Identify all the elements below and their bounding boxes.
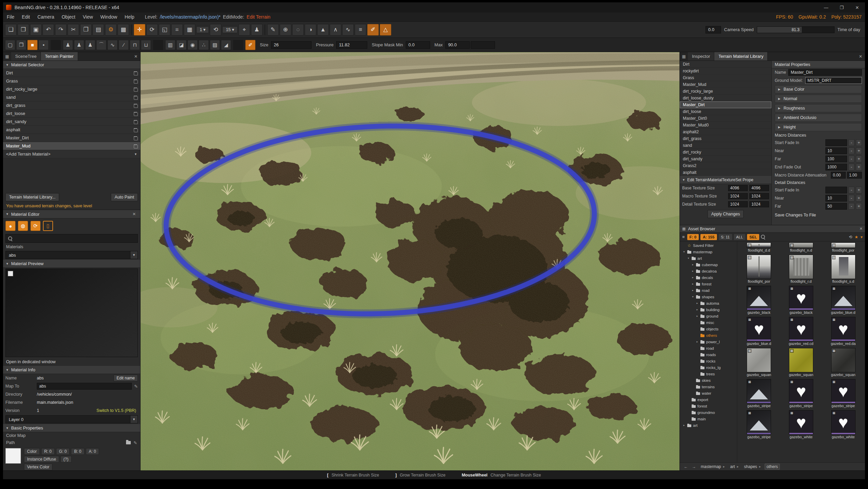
history-icon[interactable]: ⟲ bbox=[849, 235, 852, 239]
library-material-row[interactable]: sand bbox=[680, 142, 771, 149]
asset-tree-item[interactable]: ▾ shapes bbox=[680, 294, 737, 300]
map-section-header[interactable]: ▶ Height bbox=[775, 123, 862, 131]
filter-dropdown-icon[interactable]: ▾ bbox=[861, 235, 863, 239]
level-path[interactable]: /levels/mastermap/info.json)* bbox=[160, 14, 221, 20]
asset-thumbnail[interactable]: ▦ gazebo_stripe bbox=[738, 409, 780, 440]
increment-button[interactable]: + bbox=[856, 156, 862, 162]
cut-icon[interactable]: ✂ bbox=[68, 24, 79, 36]
attenuation-min-input[interactable] bbox=[831, 172, 846, 179]
map-to-input[interactable] bbox=[37, 383, 132, 390]
asset-thumbnail[interactable]: ▦ gazebo_white bbox=[822, 409, 864, 440]
eraser-icon[interactable]: ◪ bbox=[176, 40, 187, 50]
curve-plateau-icon[interactable]: ⊔ bbox=[141, 40, 151, 50]
asset-tree-item[interactable]: terrains bbox=[680, 383, 737, 390]
texture-size-input[interactable] bbox=[749, 201, 769, 207]
asset-tree-item[interactable]: ▸ building bbox=[680, 306, 737, 313]
library-material-row[interactable]: asphalt2 bbox=[680, 129, 771, 135]
asset-thumbnail[interactable]: ▦ gazebo_blue.d bbox=[738, 316, 780, 347]
settings-gear-icon[interactable]: ⚙ bbox=[105, 24, 117, 36]
left-panel-tab[interactable]: Terrain Painter bbox=[41, 52, 78, 61]
forward-icon[interactable]: → bbox=[691, 464, 697, 469]
color-a-value[interactable]: A: 0 bbox=[86, 448, 99, 455]
library-material-row[interactable]: dirt_rocky_large bbox=[680, 88, 771, 95]
attenuation-max-input[interactable] bbox=[847, 172, 862, 179]
library-material-row[interactable]: Master_Dirt0 bbox=[680, 115, 771, 122]
map-section-header[interactable]: ▶ Ambient Occlusio bbox=[775, 114, 862, 122]
save-icon[interactable]: ▣ bbox=[30, 24, 42, 36]
terrain-material-row[interactable]: sand bbox=[3, 93, 140, 101]
right-panel-tab[interactable]: Inspector bbox=[688, 52, 714, 61]
distance-value-input[interactable] bbox=[825, 147, 847, 154]
asset-tree-item[interactable]: export bbox=[680, 396, 737, 403]
asset-thumbnail[interactable]: ▦ gazebo_squan bbox=[780, 347, 822, 378]
library-material-row[interactable]: dirt_loose_dusty bbox=[680, 95, 771, 101]
asset-tree-item[interactable]: ▸ road bbox=[680, 287, 737, 294]
filter-chip[interactable]: F: 0 bbox=[687, 234, 699, 240]
asset-thumbnail[interactable]: ▦ gazebo_blue.d bbox=[822, 285, 864, 316]
asset-tree-item[interactable]: ▸ ground bbox=[680, 313, 737, 319]
close-material-editor-icon[interactable]: ✕ bbox=[131, 212, 138, 216]
delete-material-icon[interactable] bbox=[134, 120, 137, 124]
asset-thumbnail[interactable]: ▦ floodlight_r.d bbox=[780, 254, 822, 285]
flood-fill-icon[interactable]: ◉ bbox=[188, 40, 198, 50]
material-preview-header[interactable]: ▼ Material Preview bbox=[3, 260, 140, 268]
menu-item[interactable]: View bbox=[79, 13, 97, 21]
color-button[interactable]: Color bbox=[24, 448, 40, 455]
height-columns-icon[interactable]: ▥ bbox=[165, 40, 175, 50]
angle-snap-dropdown[interactable]: 15 ▾ bbox=[222, 26, 238, 33]
asset-tree-item[interactable]: ▾ mastermap bbox=[680, 249, 737, 255]
distance-value-input[interactable] bbox=[825, 139, 847, 146]
texture-size-input[interactable] bbox=[728, 201, 748, 207]
menu-item[interactable]: File bbox=[3, 13, 18, 21]
textureset-header[interactable]: ▼ Edit TerrainMaterialTextureSet Prope bbox=[680, 176, 771, 184]
library-material-row[interactable]: Master_Mud bbox=[680, 81, 771, 88]
lasso-tool-icon[interactable]: ◌ bbox=[292, 24, 304, 36]
library-material-row[interactable]: Grass bbox=[680, 74, 771, 81]
library-material-row[interactable]: asphalt bbox=[680, 169, 771, 176]
spray-icon[interactable]: ∴ bbox=[199, 40, 209, 50]
save-changes-button[interactable]: Save Changes To File bbox=[775, 213, 862, 217]
breadcrumb-item[interactable]: others ▸ bbox=[765, 464, 780, 470]
material-filter-dropdown[interactable]: abs ▼ bbox=[5, 251, 138, 259]
camera-speed-slider[interactable]: 81.3 bbox=[757, 26, 835, 33]
asset-thumbnail[interactable]: ▦ gazebo_white bbox=[780, 409, 822, 440]
raise-terrain-icon[interactable]: ∧ bbox=[330, 24, 341, 36]
asset-tree-item[interactable]: objects bbox=[680, 326, 737, 332]
redo-icon[interactable]: ↷ bbox=[55, 24, 67, 36]
asset-thumbnail[interactable]: ▦ floodlight_por bbox=[822, 241, 864, 254]
terrain-material-library-button[interactable]: Terrain Material Library... bbox=[5, 193, 59, 201]
brush-size-input[interactable]: 26 bbox=[271, 41, 312, 49]
ramp-icon[interactable]: ◢ bbox=[221, 40, 231, 50]
maximize-button[interactable]: ❐ bbox=[834, 2, 849, 13]
basic-properties-header[interactable]: ▼ Basic Properties bbox=[3, 424, 140, 432]
library-material-row[interactable]: dirt_rocky bbox=[680, 149, 771, 156]
asset-tree-item[interactable]: main bbox=[680, 416, 737, 422]
selection-move-icon[interactable]: ▢ bbox=[5, 40, 15, 50]
material-search-input[interactable] bbox=[15, 236, 135, 241]
decrement-button[interactable]: - bbox=[848, 203, 854, 210]
left-panel-tab[interactable]: SceneTree bbox=[11, 52, 41, 61]
asset-thumbnail[interactable]: ▦ gazebo_squan bbox=[822, 347, 864, 378]
camera-speed-min-input[interactable]: 0.0 bbox=[705, 26, 721, 33]
terrain-material-row[interactable]: asphalt bbox=[3, 126, 140, 134]
auto-paint-button[interactable]: Auto Paint bbox=[111, 193, 138, 201]
increment-button[interactable]: + bbox=[856, 187, 862, 193]
snap-rotate-icon[interactable]: ⟲ bbox=[210, 24, 221, 36]
breadcrumb-item[interactable]: mastermap ▸ bbox=[699, 464, 726, 469]
map-section-header[interactable]: ▶ Roughness bbox=[775, 104, 862, 112]
close-asset-browser-icon[interactable]: ✕ bbox=[860, 227, 863, 231]
terrain-material-row[interactable]: Master_Mud bbox=[3, 142, 140, 150]
snap-grid-icon[interactable]: ▦ bbox=[184, 24, 195, 36]
map-section-header[interactable]: ▶ Base Color bbox=[775, 85, 862, 93]
edit-name-button[interactable]: Edit name bbox=[114, 375, 138, 381]
asset-tree-item[interactable]: ▸ automa bbox=[680, 300, 737, 306]
asset-thumbnail[interactable]: ▦ gazebo_red.da bbox=[822, 316, 864, 347]
brush-pressure-input[interactable]: 11.82 bbox=[336, 41, 367, 49]
filter-chip[interactable]: ALL bbox=[734, 234, 745, 240]
pencil-tool-icon[interactable]: ✎ bbox=[267, 24, 279, 36]
back-icon[interactable]: ← bbox=[683, 464, 689, 469]
decrement-button[interactable]: - bbox=[848, 147, 854, 154]
menu-item[interactable]: Help bbox=[121, 13, 138, 21]
color-r-value[interactable]: R: 0 bbox=[41, 448, 55, 455]
material-reload-icon[interactable]: ⟳ bbox=[30, 221, 41, 231]
